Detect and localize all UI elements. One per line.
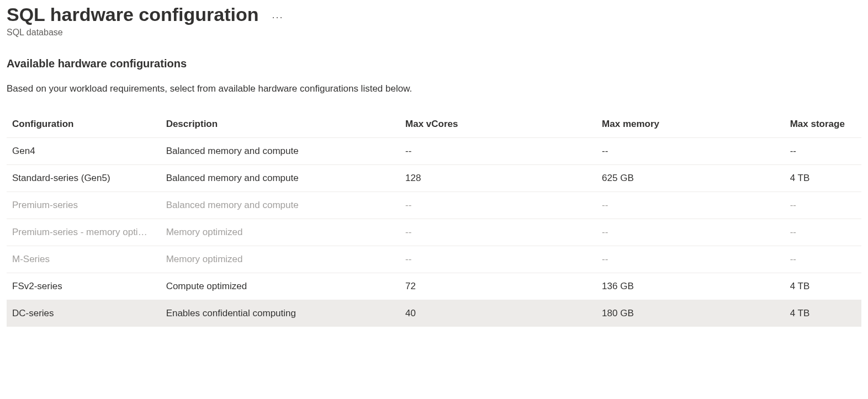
cell-description: Memory optimized [161,246,400,273]
cell-max-vcores: 72 [400,273,596,300]
cell-max-vcores: -- [400,192,596,219]
table-row[interactable]: Gen4Balanced memory and compute------ [7,138,861,165]
cell-max-memory: -- [596,192,785,219]
col-header-configuration[interactable]: Configuration [7,113,161,138]
page-subtitle: SQL database [7,28,861,38]
cell-description: Compute optimized [161,273,400,300]
cell-configuration: FSv2-series [7,273,161,300]
table-row[interactable]: DC-seriesEnables confidential computing4… [7,300,861,327]
table-row[interactable]: FSv2-seriesCompute optimized72136 GB4 TB [7,273,861,300]
cell-max-memory: 180 GB [596,300,785,327]
cell-max-storage: 4 TB [785,273,861,300]
col-header-max-storage[interactable]: Max storage [785,113,861,138]
hardware-config-table: Configuration Description Max vCores Max… [7,113,861,327]
cell-configuration: DC-series [7,300,161,327]
cell-max-memory: 136 GB [596,273,785,300]
more-icon[interactable]: ··· [272,6,284,23]
cell-max-storage: -- [785,246,861,273]
table-header-row: Configuration Description Max vCores Max… [7,113,861,138]
col-header-description[interactable]: Description [161,113,400,138]
cell-max-memory: 625 GB [596,165,785,192]
cell-max-storage: -- [785,192,861,219]
cell-max-vcores: 128 [400,165,596,192]
col-header-max-memory[interactable]: Max memory [596,113,785,138]
cell-description: Balanced memory and compute [161,192,400,219]
cell-max-vcores: 40 [400,300,596,327]
cell-max-storage: -- [785,138,861,165]
cell-max-storage: -- [785,219,861,246]
cell-description: Memory optimized [161,219,400,246]
cell-configuration: Standard-series (Gen5) [7,165,161,192]
cell-max-storage: 4 TB [785,165,861,192]
table-row: Premium-seriesBalanced memory and comput… [7,192,861,219]
cell-max-memory: -- [596,246,785,273]
cell-max-vcores: -- [400,246,596,273]
cell-max-vcores: -- [400,138,596,165]
table-row: M-SeriesMemory optimized------ [7,246,861,273]
section-description: Based on your workload requirements, sel… [7,83,861,94]
table-row: Premium-series - memory optimizedMemory … [7,219,861,246]
col-header-max-vcores[interactable]: Max vCores [400,113,596,138]
cell-configuration: Gen4 [7,138,161,165]
cell-description: Enables confidential computing [161,300,400,327]
cell-max-memory: -- [596,219,785,246]
page-title: SQL hardware configuration [7,2,259,26]
cell-configuration: Premium-series [7,192,161,219]
cell-configuration: Premium-series - memory optimized [7,219,161,246]
cell-max-vcores: -- [400,219,596,246]
section-heading: Available hardware configurations [7,57,861,70]
cell-max-memory: -- [596,138,785,165]
cell-configuration: M-Series [7,246,161,273]
cell-description: Balanced memory and compute [161,165,400,192]
table-row[interactable]: Standard-series (Gen5)Balanced memory an… [7,165,861,192]
cell-description: Balanced memory and compute [161,138,400,165]
cell-max-storage: 4 TB [785,300,861,327]
